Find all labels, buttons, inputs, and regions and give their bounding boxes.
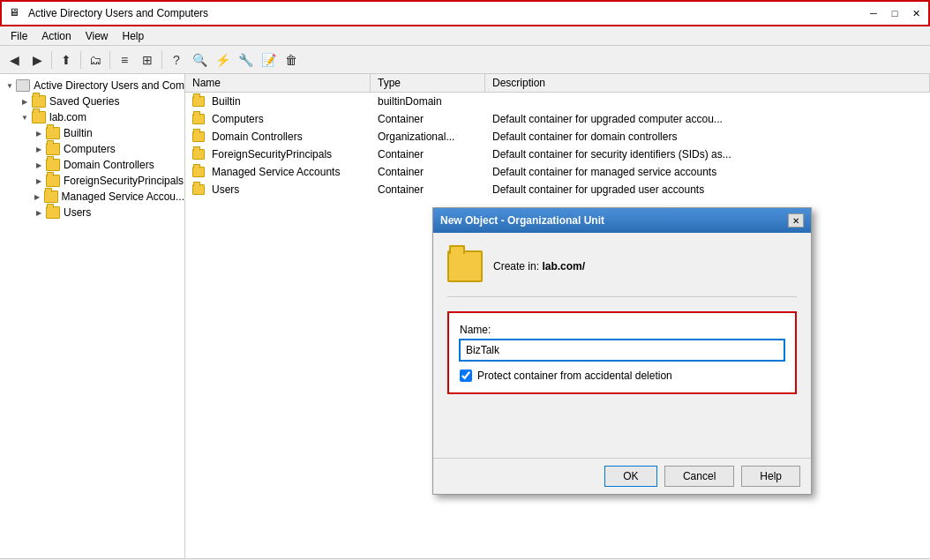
- dialog-title: New Object - Organizational Unit: [440, 214, 604, 227]
- dialog-close-button[interactable]: ✕: [788, 213, 804, 228]
- row-type-fsp: Container: [371, 146, 485, 162]
- fsp-expand-icon[interactable]: ▶: [32, 174, 46, 188]
- menu-file[interactable]: File: [4, 28, 34, 44]
- protect-checkbox[interactable]: [460, 370, 472, 382]
- row-name-dc: Domain Controllers: [212, 131, 303, 143]
- row-desc-fsp: Default container for security identifie…: [485, 146, 930, 162]
- list-item[interactable]: ForeignSecurityPrincipals Container Defa…: [185, 146, 930, 163]
- builtin-folder-icon: [46, 127, 60, 139]
- dialog-create-in-label: Create in:: [493, 260, 539, 273]
- users-folder-icon: [46, 206, 60, 219]
- name-field-label: Name:: [460, 324, 784, 336]
- list-header: Name Type Description: [185, 74, 930, 93]
- tree-domain[interactable]: ▼ lab.com: [0, 109, 184, 125]
- show-hide-button[interactable]: 🗂: [85, 49, 106, 71]
- dialog-body: Create in: lab.com/ Name: Protect contai…: [433, 233, 811, 458]
- ok-button[interactable]: OK: [604, 466, 657, 487]
- list-item[interactable]: Computers Container Default container fo…: [185, 110, 930, 128]
- row-desc-msa: Default container for managed service ac…: [485, 164, 930, 180]
- fsp-folder-icon: [46, 175, 60, 187]
- list-item[interactable]: Users Container Default container for up…: [185, 181, 930, 198]
- menu-help[interactable]: Help: [116, 28, 152, 44]
- filter-button[interactable]: ⚡: [212, 49, 233, 71]
- close-button[interactable]: ✕: [907, 5, 925, 21]
- row-name-users: Users: [212, 183, 239, 196]
- tree-computers[interactable]: ▶ Computers: [0, 141, 184, 157]
- toolbar-separator-4: [161, 51, 162, 69]
- row-type-computers: Container: [371, 111, 485, 127]
- users-label: Users: [64, 206, 91, 219]
- dialog-footer: OK Cancel Help: [433, 458, 811, 494]
- new-object-button[interactable]: 📝: [258, 49, 279, 71]
- tree-panel: ▼ Active Directory Users and Com ▶ Saved…: [0, 74, 185, 558]
- builtin-label: Builtin: [64, 127, 93, 139]
- row-type-dc: Organizational...: [371, 129, 485, 145]
- toolbar-separator-3: [109, 51, 110, 69]
- row-desc-users: Default container for upgraded user acco…: [485, 182, 930, 198]
- row-type-msa: Container: [371, 164, 485, 180]
- dialog-create-in-wrapper: Create in: lab.com/: [493, 260, 585, 273]
- dialog-folder-icon: [447, 250, 483, 282]
- saved-queries-expand-icon[interactable]: ▶: [18, 94, 32, 108]
- row-desc-computers: Default container for upgraded computer …: [485, 111, 930, 127]
- protect-checkbox-label[interactable]: Protect container from accidental deleti…: [477, 370, 672, 382]
- users-expand-icon[interactable]: ▶: [32, 205, 46, 220]
- delete-button[interactable]: 🗑: [281, 49, 302, 71]
- row-icon-users: [192, 184, 205, 195]
- tree-managed-service[interactable]: ▶ Managed Service Accou...: [0, 189, 184, 205]
- tree-builtin[interactable]: ▶ Builtin: [0, 125, 184, 141]
- list-item[interactable]: Builtin builtinDomain: [185, 93, 930, 110]
- properties-button[interactable]: 🔧: [235, 49, 256, 71]
- title-bar: 🖥 Active Directory Users and Computers ─…: [0, 0, 930, 26]
- help-button[interactable]: Help: [741, 466, 800, 487]
- back-button[interactable]: ◀: [4, 49, 25, 71]
- list-view-button[interactable]: ≡: [114, 49, 135, 71]
- row-icon-builtin: [192, 96, 205, 107]
- fsp-label: ForeignSecurityPrincipals: [64, 175, 184, 187]
- list-item[interactable]: Domain Controllers Organizational... Def…: [185, 128, 930, 146]
- menu-action[interactable]: Action: [34, 28, 78, 44]
- window-controls: ─ □ ✕: [865, 5, 925, 21]
- dc-label: Domain Controllers: [64, 159, 154, 171]
- tree-domain-controllers[interactable]: ▶ Domain Controllers: [0, 157, 184, 173]
- tree-root[interactable]: ▼ Active Directory Users and Com: [0, 78, 184, 93]
- name-input[interactable]: [460, 340, 784, 361]
- details-view-button[interactable]: ⊞: [137, 49, 158, 71]
- dialog-create-in-path: lab.com/: [542, 260, 585, 273]
- row-icon-computers: [192, 114, 205, 124]
- toolbar-separator-2: [80, 51, 81, 69]
- root-expand-icon[interactable]: ▼: [4, 78, 17, 93]
- row-desc-builtin: [485, 100, 930, 103]
- menu-bar: File Action View Help: [0, 26, 930, 46]
- row-type-builtin: builtinDomain: [371, 93, 485, 109]
- list-item[interactable]: Managed Service Accounts Container Defau…: [185, 163, 930, 181]
- dialog-form-area: Name: Protect container from accidental …: [447, 311, 797, 394]
- menu-view[interactable]: View: [79, 28, 116, 44]
- help-button[interactable]: ?: [166, 49, 187, 71]
- up-button[interactable]: ⬆: [56, 49, 77, 71]
- col-header-name[interactable]: Name: [185, 74, 371, 92]
- dc-folder-icon: [46, 159, 60, 171]
- cancel-button[interactable]: Cancel: [664, 466, 734, 487]
- builtin-expand-icon[interactable]: ▶: [32, 126, 46, 140]
- domain-expand-icon[interactable]: ▼: [18, 110, 32, 124]
- tree-saved-queries[interactable]: ▶ Saved Queries: [0, 93, 184, 109]
- computers-label: Computers: [64, 143, 116, 155]
- domain-label: lab.com: [49, 111, 86, 123]
- find-button[interactable]: 🔍: [189, 49, 210, 71]
- computers-expand-icon[interactable]: ▶: [32, 142, 46, 156]
- app-icon: 🖥: [9, 6, 23, 20]
- maximize-button[interactable]: □: [886, 5, 904, 21]
- minimize-button[interactable]: ─: [865, 5, 882, 21]
- col-header-description[interactable]: Description: [485, 74, 930, 92]
- domain-folder-icon: [32, 111, 46, 123]
- msa-folder-icon: [44, 190, 58, 203]
- forward-button[interactable]: ▶: [26, 49, 48, 71]
- col-header-type[interactable]: Type: [371, 74, 485, 92]
- tree-users[interactable]: ▶ Users: [0, 205, 184, 220]
- tree-foreign-security[interactable]: ▶ ForeignSecurityPrincipals: [0, 173, 184, 189]
- dc-expand-icon[interactable]: ▶: [32, 158, 46, 172]
- row-name-builtin: Builtin: [212, 95, 241, 108]
- root-pc-icon: [16, 79, 30, 92]
- msa-expand-icon[interactable]: ▶: [30, 190, 43, 204]
